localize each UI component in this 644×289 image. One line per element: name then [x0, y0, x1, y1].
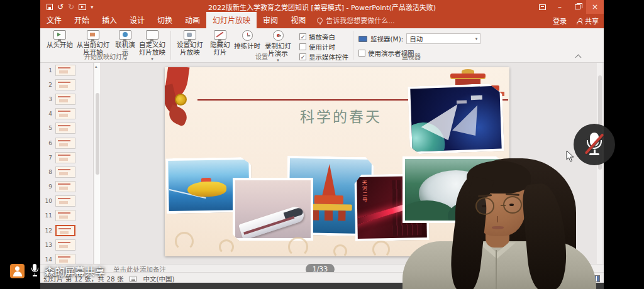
thumbnail-preview[interactable] [55, 79, 75, 90]
presenter-shirt [402, 241, 596, 289]
thumbnail-preview[interactable] [55, 94, 75, 105]
thumbnail-row-5[interactable]: 5 [40, 121, 93, 136]
thumbnail-preview[interactable] [55, 152, 75, 163]
from-beginning-label: 从头开始 [47, 41, 73, 48]
undo-icon[interactable]: ↺ [57, 3, 64, 11]
language-status[interactable]: 中文(中国) [143, 274, 174, 283]
tell-me-label: 告诉我您想要做什么... [326, 15, 395, 25]
redo-icon[interactable]: ↻ [68, 3, 74, 11]
tab-view[interactable]: 视图 [284, 12, 312, 28]
thumbnail-row-14[interactable]: 14 [40, 252, 93, 264]
thumbnail-preview[interactable] [55, 65, 75, 76]
restore-button[interactable] [569, 0, 586, 14]
thumbnail-row-1[interactable]: 1 [40, 63, 93, 77]
scroll-up-icon[interactable]: ▴ [95, 64, 97, 69]
thumbnail-preview[interactable] [55, 210, 75, 221]
share-button[interactable]: 共享 [577, 16, 599, 26]
close-button[interactable]: × [586, 0, 604, 14]
thumbnail-number: 3 [45, 96, 52, 102]
thumbnail-number: 2 [45, 82, 52, 88]
thumbnail-number: 6 [45, 140, 52, 146]
thumbnail-preview[interactable] [55, 138, 75, 149]
thumbnail-preview[interactable] [55, 166, 75, 178]
thumbnail-row-9[interactable]: 9 [40, 180, 93, 194]
thumbnail-preview[interactable] [55, 123, 75, 134]
thumbnail-scrollbar[interactable]: ▴ [94, 63, 100, 264]
proofing-icon[interactable] [130, 276, 136, 282]
thumbnail-row-8[interactable]: 8 [40, 165, 93, 179]
thumbnail-row-10[interactable]: 10 [40, 194, 93, 209]
ribbon-display-options-button[interactable] [533, 0, 551, 14]
slide-image-high-speed-train[interactable] [233, 178, 313, 241]
rehearse-timings-button[interactable]: 排练计时 [234, 30, 260, 50]
ribbon: 从头开始 从当前幻灯片开始 联机演示 ▾ 自定义幻灯片放映 ▾ 开始放映幻灯片 [40, 28, 604, 63]
thumbnail-preview[interactable] [55, 225, 75, 236]
sign-in-button[interactable]: 登录 [553, 16, 567, 26]
mute-microphone-button[interactable] [574, 124, 615, 165]
thumbnail-preview[interactable] [55, 254, 75, 264]
thumbnail-row-12-selected[interactable]: 12 [40, 223, 93, 237]
cloud-swirl-decoration [219, 239, 234, 254]
from-beginning-button[interactable]: 从头开始 [47, 30, 73, 48]
use-timings-label: 使用计时 [309, 42, 335, 52]
cloud-swirl-decoration [288, 237, 308, 256]
quick-access-toolbar: ↺ ↻ ▾ [40, 3, 93, 11]
thumbnail-row-4[interactable]: 4 [40, 107, 93, 121]
thumbnail-row-2[interactable]: 2 [40, 77, 93, 92]
use-timings-checkbox[interactable]: 使用计时 [299, 42, 335, 52]
tab-insert[interactable]: 插入 [96, 12, 123, 28]
thumbnail-preview[interactable] [55, 195, 75, 207]
record-icon [273, 30, 284, 41]
thumbnail-row-6[interactable]: 6 [40, 136, 93, 150]
sharer-mic-icon[interactable] [30, 264, 39, 278]
tab-home[interactable]: 开始 [68, 12, 96, 28]
rehearse-timings-label: 排练计时 [234, 42, 260, 50]
person-icon [577, 18, 582, 24]
tab-design[interactable]: 设计 [123, 12, 151, 28]
restore-icon [575, 4, 580, 9]
play-narrations-label: 播放旁白 [309, 32, 335, 41]
collapse-ribbon-icon[interactable] [576, 53, 581, 58]
party-flag-decoration [165, 67, 201, 129]
minimize-button[interactable]: – [551, 0, 569, 14]
presenter-nose [497, 216, 498, 222]
start-slideshow-icon[interactable] [79, 4, 86, 10]
thumbnail-row-3[interactable]: 3 [40, 92, 93, 106]
thumbnail-number: 9 [45, 183, 52, 190]
thumbnail-row-7[interactable]: 7 [40, 150, 93, 165]
party-emblem-icon [175, 94, 187, 106]
share-label: 共享 [585, 16, 599, 26]
qat-customize-icon[interactable]: ▾ [91, 4, 93, 10]
presenter-eye [509, 204, 514, 206]
play-narrations-checkbox[interactable]: ✓ 播放旁白 [299, 32, 335, 41]
cloud-swirl-decoration [333, 244, 347, 256]
thumbnail-number: 12 [45, 227, 52, 234]
thumbnail-preview[interactable] [55, 239, 75, 251]
slide-title[interactable]: 科学的春天 [253, 105, 429, 126]
tab-slideshow[interactable]: 幻灯片放映 [206, 12, 257, 28]
clock-icon [242, 30, 253, 41]
thumbnail-preview[interactable] [55, 181, 75, 192]
monitor-gear-icon [184, 30, 196, 40]
scrollbar-thumb[interactable] [96, 93, 99, 175]
thumbnail-preview[interactable] [55, 108, 75, 119]
cloud-swirl-decoration [372, 241, 390, 256]
thumbnail-row-11[interactable]: 11 [40, 209, 93, 223]
monitor-select[interactable]: 自动 ▾ [406, 33, 480, 44]
tab-transitions[interactable]: 切换 [151, 12, 179, 28]
presenter-mouth [492, 226, 504, 229]
start-group-label: 开始放映幻灯片 [47, 52, 166, 61]
thumbnail-number: 7 [45, 155, 52, 161]
tab-animations[interactable]: 动画 [179, 12, 206, 28]
save-icon[interactable] [47, 4, 53, 10]
monitor-select-value: 自动 [409, 34, 423, 43]
thumbnail-row-13[interactable]: 13 [40, 237, 93, 252]
tell-me-box[interactable]: 告诉我您想要做什么... [312, 13, 400, 28]
meeting-screen-share-stage: ↺ ↻ ▾ 2022版新生入学教育之党团知识 [兼容模式] - PowerPoi… [0, 0, 644, 289]
tab-file[interactable]: 文件 [40, 12, 68, 28]
sharer-avatar[interactable] [10, 264, 25, 278]
window-title: 2022版新生入学教育之党团知识 [兼容模式] - PowerPoint(产品激… [165, 2, 479, 12]
mouse-cursor [566, 150, 575, 163]
tab-review[interactable]: 审阅 [257, 12, 284, 28]
slide-image-satellite[interactable] [408, 83, 504, 154]
